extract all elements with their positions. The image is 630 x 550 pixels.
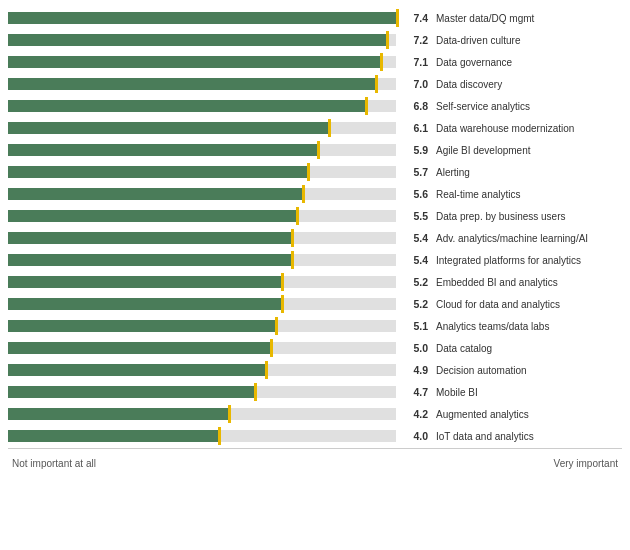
footer-right-label: Very important [554,458,618,469]
score-label: 7.4 [396,12,428,24]
bar-green [8,430,218,442]
bar-row: 6.8Self-service analytics [8,96,622,116]
item-label: Mobile BI [432,387,622,398]
score-label: 4.7 [396,386,428,398]
score-label: 6.1 [396,122,428,134]
item-label: Data discovery [432,79,622,90]
bar-row: 7.2Data-driven culture [8,30,622,50]
axis-line [8,448,622,449]
bar-section [8,361,396,379]
bar-row: 5.9Agile BI development [8,140,622,160]
bar-section [8,383,396,401]
chart-footer: Not important at all Very important [8,458,622,469]
bar-yellow-marker [228,405,231,423]
bar-section [8,75,396,93]
bar-section [8,427,396,445]
footer-left-label: Not important at all [12,458,96,469]
bar-green [8,100,365,112]
score-label: 7.2 [396,34,428,46]
bar-row: 5.5Data prep. by business users [8,206,622,226]
item-label: Cloud for data and analytics [432,299,622,310]
score-label: 5.9 [396,144,428,156]
score-label: 5.5 [396,210,428,222]
item-label: Data catalog [432,343,622,354]
bar-row: 5.2Cloud for data and analytics [8,294,622,314]
bar-yellow-marker [396,9,399,27]
bar-row: 5.6Real-time analytics [8,184,622,204]
score-label: 5.0 [396,342,428,354]
bar-section [8,185,396,203]
bar-yellow-marker [375,75,378,93]
bar-row: 5.4Integrated platforms for analytics [8,250,622,270]
bar-yellow-marker [302,185,305,203]
bar-row: 4.0IoT data and analytics [8,426,622,446]
bar-yellow-marker [307,163,310,181]
score-label: 5.4 [396,254,428,266]
score-label: 5.1 [396,320,428,332]
bar-green [8,34,386,46]
bar-green [8,144,317,156]
bar-green [8,166,307,178]
item-label: Augmented analytics [432,409,622,420]
item-label: Analytics teams/data labs [432,321,622,332]
bar-section [8,405,396,423]
bar-green [8,122,328,134]
bar-section [8,229,396,247]
bar-row: 5.7Alerting [8,162,622,182]
bar-section [8,53,396,71]
bar-green [8,254,291,266]
item-label: Data-driven culture [432,35,622,46]
score-label: 7.1 [396,56,428,68]
bar-section [8,141,396,159]
bar-yellow-marker [296,207,299,225]
item-label: Decision automation [432,365,622,376]
item-label: Integrated platforms for analytics [432,255,622,266]
item-label: Alerting [432,167,622,178]
bar-green [8,210,296,222]
bar-yellow-marker [265,361,268,379]
bar-row: 5.4Adv. analytics/machine learning/AI [8,228,622,248]
bar-yellow-marker [254,383,257,401]
item-label: Agile BI development [432,145,622,156]
bar-green [8,298,281,310]
bar-green [8,232,291,244]
bar-green [8,188,302,200]
score-label: 5.4 [396,232,428,244]
item-label: Adv. analytics/machine learning/AI [432,233,622,244]
bar-green [8,408,228,420]
bar-yellow-marker [380,53,383,71]
item-label: Data prep. by business users [432,211,622,222]
bar-yellow-marker [317,141,320,159]
bar-green [8,78,375,90]
bar-green [8,342,270,354]
score-label: 6.8 [396,100,428,112]
score-label: 5.2 [396,298,428,310]
item-label: IoT data and analytics [432,431,622,442]
score-label: 5.2 [396,276,428,288]
item-label: Data governance [432,57,622,68]
bar-green [8,276,281,288]
bar-row: 4.7Mobile BI [8,382,622,402]
bar-row: 7.1Data governance [8,52,622,72]
bar-row: 5.2Embedded BI and analytics [8,272,622,292]
score-label: 4.2 [396,408,428,420]
bar-yellow-marker [275,317,278,335]
bar-row: 4.2Augmented analytics [8,404,622,424]
bar-section [8,295,396,313]
chart-container: 7.4Master data/DQ mgmt7.2Data-driven cul… [0,0,630,550]
score-label: 7.0 [396,78,428,90]
bar-row: 7.0Data discovery [8,74,622,94]
bar-section [8,317,396,335]
bar-green [8,56,380,68]
item-label: Embedded BI and analytics [432,277,622,288]
bar-row: 6.1Data warehouse modernization [8,118,622,138]
score-label: 4.0 [396,430,428,442]
bar-green [8,320,275,332]
bar-yellow-marker [281,273,284,291]
bar-yellow-marker [365,97,368,115]
bar-yellow-marker [386,31,389,49]
bar-section [8,9,396,27]
bar-section [8,31,396,49]
bar-green [8,364,265,376]
bar-row: 7.4Master data/DQ mgmt [8,8,622,28]
